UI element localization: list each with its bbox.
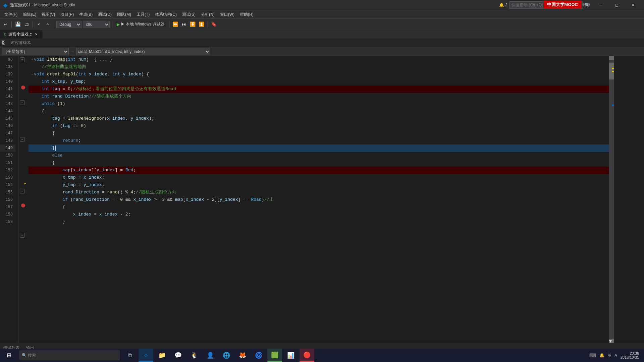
line-num-139: 139 [0,71,15,78]
scope-dropdown[interactable]: （全局范围） [2,48,69,55]
code-line-156: if (rand_Direction == 0 && x_index >= 3 … [29,196,609,203]
menu-team[interactable]: 团队(M) [114,10,134,19]
line-num-150: 150 [0,152,15,159]
mooc-login[interactable]: 登录 [582,2,590,8]
start-button[interactable]: ⊞ [2,349,16,362]
menu-debug[interactable]: 调试(D) [95,10,114,19]
debug-toolbar-btn[interactable]: ⏩ [172,21,179,28]
taskbar-right: ⌨ 🔔 英 A 23:36 2018/10/31 [589,351,642,359]
line-num-142: 142 [0,93,15,100]
minimize-button[interactable]: ─ [593,0,608,10]
code-line-147: { [29,130,609,137]
menu-tools[interactable]: 工具(T) [134,10,152,19]
line-num-145: 145 [0,115,15,122]
line-num-147: 147 [0,130,15,137]
menu-bar: 文件(F) 编辑(E) 视图(V) 项目(P) 生成(B) 调试(D) 团队(M… [0,10,644,18]
line-num-96: 96 [0,56,15,63]
line-num-156: 156 [0,196,15,203]
chrome-btn[interactable]: 🌐 [219,349,234,362]
explorer-taskbar-btn[interactable]: 📁 [155,349,169,362]
code-line-139: -void creat_Map01(int x_index, int y_ind… [29,71,609,78]
code-line-153: x_tmp = x_index; [29,174,609,181]
taskbar-search[interactable]: 🔍 搜索 [19,350,120,360]
wechat-btn[interactable]: 💬 [171,349,185,362]
info-bar: （全局范围） → creat_Map01(int x_index, int y_… [0,47,644,56]
scroll-down-btn[interactable]: ▼ [609,339,614,343]
line-num-153: 153 [0,174,15,181]
scroll-marker-current [612,105,614,106]
bookmark-btn[interactable]: 🔖 [210,21,218,28]
code-line-96: +void InitMap(int num) { ... } [29,56,609,63]
collapse-150[interactable]: - [20,189,24,193]
menu-edit[interactable]: 编辑(E) [20,10,39,19]
play-icon: ▶ [117,22,120,27]
app5-btn[interactable]: 👤 [203,349,218,362]
undo-back-btn[interactable]: ↩ [2,21,9,28]
firefox-btn[interactable]: 🦊 [235,349,250,362]
notification-icon: 🔔 2 [499,3,507,7]
taskbar-input-indicator: ⌨ [589,353,596,358]
function-dropdown[interactable]: creat_Map01(int x_index, int y_index) [76,48,210,55]
ie-btn[interactable]: 🌀 [251,349,266,362]
code-line-159: } [29,218,609,226]
code-line-141: int tag = 0;//做标记，看当前位置的四周是否还有有效通道Road [29,85,609,93]
menu-file[interactable]: 文件(F) [2,10,20,19]
current-line-indicator: ➤ [24,181,26,186]
step-over-btn[interactable]: ⏭ [180,21,188,28]
code-line-145: tag = IsHaveNeighbor(x_index, y_index); [29,115,609,122]
undo-btn[interactable]: ↶ [35,21,43,28]
task-view-btn[interactable]: ⧉ [122,349,137,362]
tab-file-icon: C [4,33,6,36]
line-num-151: 151 [0,159,15,167]
run-button[interactable]: ▶ ▶ 本地 Windows 调试器 [115,21,167,28]
menu-help[interactable]: 帮助(H) [237,10,256,19]
code-lines[interactable]: +void InitMap(int num) { ... } //主路扭曲型迷宫… [29,56,609,343]
tab-main-file[interactable]: C 迷宫小游戏.c ✕ [0,30,43,39]
menu-view[interactable]: 视图(V) [39,10,58,19]
vertical-scrollbar[interactable]: ▼ [609,56,614,343]
line-num-149: 149 [0,144,15,152]
excel-btn[interactable]: 📊 [283,349,298,362]
menu-build[interactable]: 生成(B) [76,10,95,19]
menu-test[interactable]: 测试(S) [179,10,198,19]
tab-bar: C 迷宫小游戏.c ✕ [0,30,644,39]
line-num-140: 140 [0,78,15,85]
close-button[interactable]: ✕ [625,0,641,10]
collapse-143[interactable]: - [20,100,24,105]
vs-taskbar-btn[interactable]: ◇ [139,349,153,362]
save-btn[interactable]: 💾 [14,21,21,28]
collapse-96[interactable]: + [20,57,24,62]
breakpoint-152[interactable] [21,203,25,207]
tab-label: 迷宫小游戏.c [8,32,32,37]
app11-btn[interactable]: 🔴 [300,349,314,362]
line-num-154: 154 [0,181,15,189]
menu-project[interactable]: 项目(P) [58,10,76,19]
qq-btn[interactable]: 🐧 [187,349,202,362]
restore-button[interactable]: ◻ [609,0,625,10]
tab-close-btn[interactable]: ✕ [34,32,39,37]
menu-window[interactable]: 窗口(W) [217,10,237,19]
gutter: + - - ➤ - [18,56,29,343]
breakpoint-141[interactable] [21,85,25,89]
doc-tab-bar: 🗄 迷宫游戏01 [0,39,644,47]
line-num-158: 158 [0,211,15,218]
code-line-150: else [29,152,609,159]
menu-architecture[interactable]: 体系结构(C) [152,10,179,19]
platform-dropdown[interactable]: x86 x64 [83,21,110,28]
menu-analyze[interactable]: 分析(N) [198,10,217,19]
code-line-151: { [29,159,609,167]
save-all-btn[interactable]: 🗂 [23,21,30,28]
line-num-148: 148 [0,137,15,144]
step-out-btn[interactable]: ⏫ [198,21,205,28]
collapse-156[interactable]: - [20,233,24,238]
window-title: 迷宫游戏01 - Microsoft Visual Studio [10,2,75,8]
taskbar-ime: A [615,353,617,357]
config-dropdown[interactable]: Debug Release [56,21,82,28]
scroll-up-btn[interactable] [609,56,614,60]
collapse-146[interactable]: - [20,137,24,142]
app9-btn[interactable]: 🟩 [267,349,282,362]
line-num-146: 146 [0,122,15,130]
redo-btn[interactable]: ↷ [44,21,51,28]
code-editor[interactable]: 96 138 139 140 141 142 143 144 145 146 1… [0,56,644,343]
step-in-btn[interactable]: ⏬ [189,21,197,28]
